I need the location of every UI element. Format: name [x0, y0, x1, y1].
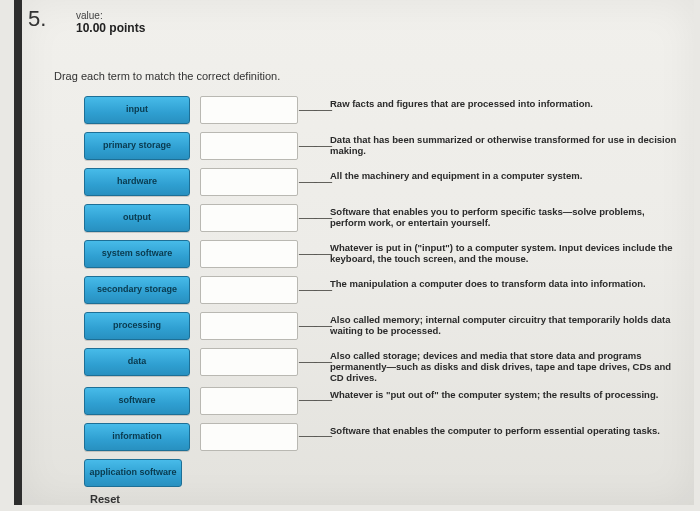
term-tile[interactable]: primary storage: [84, 132, 190, 160]
match-row: processing —— Also called memory; intern…: [84, 312, 686, 345]
instructions-text: Drag each term to match the correct defi…: [54, 70, 280, 82]
term-tile[interactable]: hardware: [84, 168, 190, 196]
drop-slot[interactable]: [200, 423, 298, 451]
reset-button[interactable]: Reset: [90, 493, 120, 505]
match-row: information —— Software that enables the…: [84, 423, 686, 456]
connector-line: ——: [298, 276, 330, 302]
term-tile[interactable]: system software: [84, 240, 190, 268]
drop-slot[interactable]: [200, 312, 298, 340]
definition-text: The manipulation a computer does to tran…: [330, 276, 650, 290]
connector-line: ——: [298, 132, 330, 158]
match-row: output —— Software that enables you to p…: [84, 204, 686, 237]
question-header: value: 10.00 points: [76, 10, 145, 35]
definition-text: Whatever is put in ("input") to a comput…: [330, 240, 686, 265]
term-tile-extra[interactable]: application software: [84, 459, 182, 487]
connector-line: ——: [298, 240, 330, 266]
drop-slot[interactable]: [200, 96, 298, 124]
term-tile[interactable]: secondary storage: [84, 276, 190, 304]
connector-line: ——: [298, 168, 330, 194]
match-row: input —— Raw facts and figures that are …: [84, 96, 686, 129]
definition-text: Whatever is "put out of" the computer sy…: [330, 387, 662, 401]
match-row: secondary storage —— The manipulation a …: [84, 276, 686, 309]
match-row: primary storage —— Data that has been su…: [84, 132, 686, 165]
match-row: hardware —— All the machinery and equipm…: [84, 168, 686, 201]
connector-line: ——: [298, 96, 330, 122]
match-row: data —— Also called storage; devices and…: [84, 348, 686, 384]
connector-line: ——: [298, 423, 330, 449]
connector-line: ——: [298, 312, 330, 338]
drop-slot[interactable]: [200, 276, 298, 304]
term-tile[interactable]: software: [84, 387, 190, 415]
term-tile[interactable]: processing: [84, 312, 190, 340]
term-tile[interactable]: data: [84, 348, 190, 376]
connector-line: ——: [298, 204, 330, 230]
drop-slot[interactable]: [200, 348, 298, 376]
definition-text: Raw facts and figures that are processed…: [330, 96, 597, 110]
points-value: 10.00 points: [76, 22, 145, 36]
term-tile[interactable]: output: [84, 204, 190, 232]
match-row: software —— Whatever is "put out of" the…: [84, 387, 686, 420]
definition-text: All the machinery and equipment in a com…: [330, 168, 586, 182]
match-row: system software —— Whatever is put in ("…: [84, 240, 686, 273]
drop-slot[interactable]: [200, 204, 298, 232]
matching-arena: input —— Raw facts and figures that are …: [84, 96, 686, 501]
quiz-frame: 5. value: 10.00 points Drag each term to…: [14, 0, 694, 505]
definition-text: Also called memory; internal computer ci…: [330, 312, 686, 337]
definition-text: Software that enables the computer to pe…: [330, 423, 664, 437]
definition-text: Software that enables you to perform spe…: [330, 204, 686, 229]
definition-text: Also called storage; devices and media t…: [330, 348, 686, 384]
definition-text: Data that has been summarized or otherwi…: [330, 132, 686, 157]
term-tile[interactable]: information: [84, 423, 190, 451]
connector-line: ——: [298, 348, 330, 374]
drop-slot[interactable]: [200, 240, 298, 268]
term-tile[interactable]: input: [84, 96, 190, 124]
connector-line: ——: [298, 387, 330, 413]
drop-slot[interactable]: [200, 387, 298, 415]
drop-slot[interactable]: [200, 132, 298, 160]
drop-slot[interactable]: [200, 168, 298, 196]
question-number: 5.: [20, 6, 54, 32]
value-label: value:: [76, 10, 145, 22]
